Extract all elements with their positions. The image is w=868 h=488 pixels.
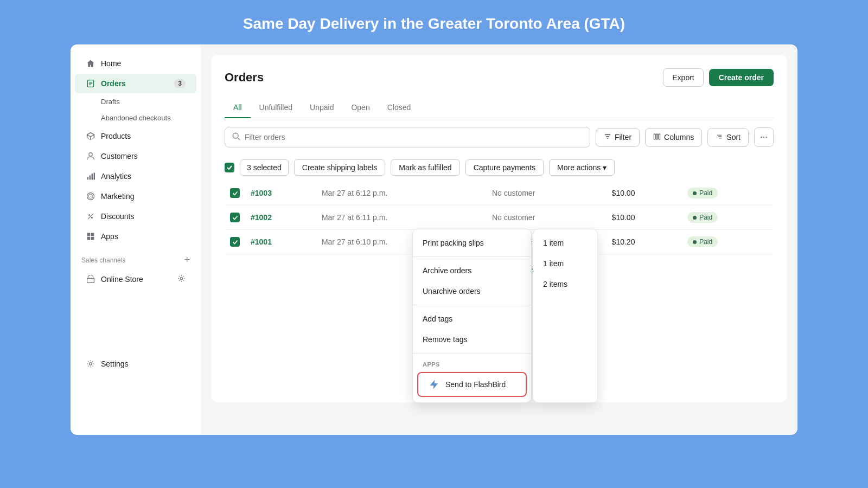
sales-channels-label: Sales channels + <box>71 247 201 269</box>
svg-rect-6 <box>90 175 91 179</box>
svg-rect-16 <box>91 237 94 240</box>
settings-icon <box>86 359 95 369</box>
svg-rect-14 <box>91 233 94 236</box>
order-customer: No customer <box>492 189 535 197</box>
svg-rect-7 <box>92 174 93 179</box>
sidebar-item-settings[interactable]: Settings <box>75 354 196 374</box>
more-actions-button[interactable]: More actions ▾ <box>549 159 615 176</box>
dropdown-item-unarchive[interactable]: Unarchive orders <box>413 281 531 301</box>
row-checkbox-1002[interactable] <box>230 213 240 222</box>
sidebar-item-analytics[interactable]: Analytics <box>75 166 196 186</box>
dropdown-item-print-packing[interactable]: Print packing slips <box>413 233 531 253</box>
table-row[interactable]: #1003 Mar 27 at 6:12 p.m. No customer $1… <box>225 181 774 206</box>
svg-point-4 <box>89 153 92 156</box>
order-amount: $10.20 <box>612 237 635 246</box>
mark-fulfilled-button[interactable]: Mark as fulfilled <box>391 159 459 176</box>
filter-icon <box>604 133 611 142</box>
orders-icon <box>86 79 95 88</box>
marketing-icon <box>86 191 95 201</box>
content-area: Orders Export Create order All Unfulfill… <box>201 44 797 435</box>
tab-unpaid[interactable]: Unpaid <box>301 98 342 118</box>
row-checkbox-1003[interactable] <box>230 188 240 198</box>
chevron-down-icon: ▾ <box>603 163 607 172</box>
analytics-icon <box>86 171 95 181</box>
search-toolbar: Filter Columns Sort ··· <box>225 127 774 147</box>
sidebar-item-discounts[interactable]: Discounts <box>75 207 196 226</box>
sidebar-item-online-store[interactable]: Online Store <box>75 269 196 289</box>
order-customer: No customer <box>492 213 535 222</box>
tab-all[interactable]: All <box>225 98 251 118</box>
create-order-button[interactable]: Create order <box>709 69 774 86</box>
bulk-selected-count: 3 selected <box>240 159 289 176</box>
banner-title: Same Day Delivery in the Greater Toronto… <box>243 15 625 32</box>
tab-unfulfilled[interactable]: Unfulfilled <box>251 98 301 118</box>
dropdown-divider-3 <box>413 353 531 354</box>
page-header: Orders Export Create order <box>225 68 774 87</box>
page-banner: Same Day Delivery in the Greater Toronto… <box>0 0 868 44</box>
row-checkbox-1001[interactable] <box>230 237 240 247</box>
sidebar-item-apps[interactable]: Apps <box>75 227 196 246</box>
svg-rect-5 <box>87 177 88 180</box>
sidebar-item-customers[interactable]: Customers <box>75 146 196 166</box>
search-box[interactable] <box>225 127 590 147</box>
tab-open[interactable]: Open <box>342 98 378 118</box>
dropdown-item-archive[interactable]: Archive orders <box>413 260 531 281</box>
svg-point-20 <box>233 133 238 138</box>
filter-button[interactable]: Filter <box>596 128 640 147</box>
order-status: Paid <box>687 236 718 247</box>
dropdown-item-remove-tags[interactable]: Remove tags <box>413 329 531 350</box>
sidebar-item-drafts[interactable]: Drafts <box>75 94 196 110</box>
svg-rect-22 <box>654 134 655 139</box>
orders-badge: 3 <box>174 79 186 88</box>
more-actions-dropdown: Print packing slips Archive orders Unarc… <box>412 229 598 403</box>
order-amount: $10.00 <box>612 189 635 197</box>
online-store-settings-icon[interactable] <box>177 274 186 284</box>
order-amount: $10.00 <box>612 213 635 222</box>
items-panel-entry-0: 1 item <box>533 233 597 253</box>
svg-rect-24 <box>659 134 660 139</box>
discounts-icon <box>86 211 95 221</box>
svg-point-10 <box>88 214 90 216</box>
dropdown-item-flashbird[interactable]: Send to FlashBird <box>417 372 527 397</box>
main-container: Home Orders 3 Drafts Abandoned checkouts <box>71 44 797 435</box>
add-sales-channel-icon[interactable]: + <box>184 254 190 266</box>
sidebar-item-home[interactable]: Home <box>75 54 196 73</box>
dropdown-divider-2 <box>413 305 531 305</box>
bulk-action-bar: 3 selected Create shipping labels Mark a… <box>225 155 774 181</box>
dropdown-divider <box>413 256 531 257</box>
svg-point-11 <box>91 217 93 219</box>
bulk-select-checkbox[interactable] <box>225 163 234 172</box>
order-id[interactable]: #1002 <box>251 213 272 222</box>
order-id[interactable]: #1001 <box>251 237 272 246</box>
store-icon <box>86 274 95 284</box>
items-panel-entry-1: 1 item <box>533 253 597 274</box>
order-id[interactable]: #1003 <box>251 189 272 197</box>
svg-rect-15 <box>87 237 91 240</box>
products-icon <box>86 131 95 141</box>
export-button[interactable]: Export <box>663 68 703 87</box>
svg-point-19 <box>90 363 92 365</box>
sidebar-item-marketing[interactable]: Marketing <box>75 187 196 206</box>
dropdown-menu: Print packing slips Archive orders Unarc… <box>412 229 532 403</box>
flashbird-icon <box>428 378 440 390</box>
svg-rect-17 <box>87 278 94 282</box>
header-actions: Export Create order <box>663 68 774 87</box>
order-status: Paid <box>687 188 718 198</box>
sidebar-item-products[interactable]: Products <box>75 126 196 146</box>
sort-button[interactable]: Sort <box>707 128 749 147</box>
more-options-button[interactable]: ··· <box>754 127 774 147</box>
search-input[interactable] <box>245 133 583 142</box>
columns-button[interactable]: Columns <box>645 128 702 147</box>
dropdown-item-add-tags[interactable]: Add tags <box>413 309 531 329</box>
flashbird-label: Send to FlashBird <box>445 380 506 389</box>
create-shipping-labels-button[interactable]: Create shipping labels <box>294 159 386 176</box>
sidebar-item-abandoned[interactable]: Abandoned checkouts <box>75 110 196 126</box>
svg-rect-13 <box>87 233 91 236</box>
sidebar: Home Orders 3 Drafts Abandoned checkouts <box>71 44 201 435</box>
capture-payments-button[interactable]: Capture payments <box>465 159 544 176</box>
sort-icon <box>716 133 723 142</box>
sidebar-item-orders[interactable]: Orders 3 <box>75 74 196 93</box>
orders-tabs: All Unfulfilled Unpaid Open Closed <box>225 98 774 118</box>
tab-closed[interactable]: Closed <box>379 98 420 118</box>
table-row[interactable]: #1002 Mar 27 at 6:11 p.m. No customer $1… <box>225 206 774 230</box>
